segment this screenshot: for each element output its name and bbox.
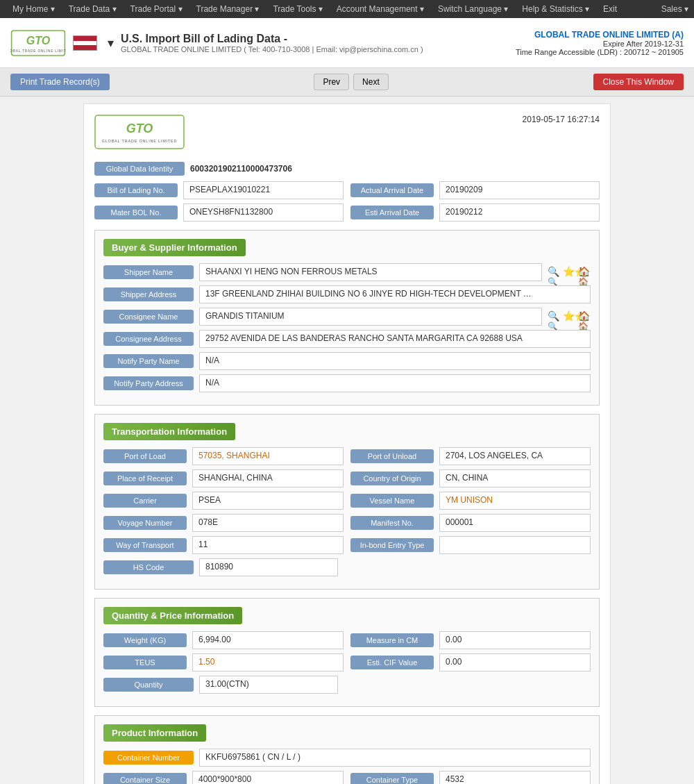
nav-trade-manager[interactable]: Trade Manager ▾: [189, 0, 266, 18]
shipper-star-icon[interactable]: ⭐: [563, 266, 575, 278]
header-title-area: U.S. Import Bill of Lading Data - GLOBAL…: [114, 33, 516, 53]
place-of-receipt-value: SHANGHAI, CHINA: [192, 469, 344, 487]
nav-my-home[interactable]: My Home ▾: [6, 0, 62, 18]
esti-arrival-value: 20190212: [439, 203, 600, 222]
container-number-label: Container Number: [103, 751, 194, 765]
flag-dropdown[interactable]: ▾: [108, 35, 114, 51]
flag-icon: [73, 35, 97, 51]
inbond-entry-label: In-bond Entry Type: [350, 538, 434, 552]
notify-party-address-row: Notify Party Address N/A: [103, 374, 591, 392]
vessel-name-label: Vessel Name: [350, 494, 434, 508]
hs-code-row: HS Code 810890: [103, 558, 591, 576]
consignee-address-row: Consignee Address 29752 AVENIDA DE LAS B…: [103, 330, 591, 348]
way-of-transport-label: Way of Transport: [103, 538, 187, 552]
print-button[interactable]: Print Trade Record(s): [10, 74, 110, 90]
nav-sales[interactable]: Sales ▾: [661, 4, 688, 14]
country-of-origin-label: Country of Origin: [350, 472, 434, 485]
top-navigation: My Home ▾ Trade Data ▾ Trade Portal ▾ Tr…: [0, 0, 694, 18]
quantity-price-section: Quantity & Price Information Weight (KG)…: [94, 598, 600, 707]
transportation-section-title: Transportation Information: [103, 423, 235, 440]
voyage-number-value: 078E: [192, 514, 344, 532]
mater-bol-value: ONEYSH8FN1132800: [183, 203, 344, 222]
measure-value: 0.00: [439, 631, 591, 649]
country-of-origin-value: CN, CHINA: [439, 469, 591, 487]
page-title: U.S. Import Bill of Lading Data -: [121, 33, 516, 45]
container-size-label: Container Size: [103, 773, 187, 784]
bol-no-value: PSEAPLAX19010221: [183, 181, 344, 199]
close-window-button[interactable]: Close This Window: [593, 74, 684, 90]
hs-code-value: 810890: [199, 558, 338, 576]
transportation-section: Transportation Information Port of Load …: [94, 414, 600, 590]
header-account-info: GLOBAL TRADE ONLINE LIMITED (A) Expire A…: [516, 30, 684, 56]
prev-button[interactable]: Prev: [314, 74, 349, 90]
shipper-address-value: 13F GREENLAND ZHIHAI BUILDING NO 6 JINYE…: [199, 285, 591, 303]
mater-bol-label: Mater BOL No.: [94, 206, 178, 219]
notify-party-name-label: Notify Party Name: [103, 354, 194, 368]
bol-no-label: Bill of Lading No.: [94, 183, 178, 197]
manifest-no-label: Manifest No.: [350, 516, 434, 530]
global-data-identity-label: Global Data Identity: [94, 162, 185, 176]
consignee-home-icon[interactable]: 🏠: [578, 310, 591, 323]
page-header: GTO GLOBAL TRADE ONLINE LIMITED ▾ U.S. I…: [0, 18, 694, 68]
port-of-unload-value: 2704, LOS ANGELES, CA: [439, 447, 591, 465]
teus-label: TEUS: [103, 656, 187, 669]
inbond-entry-value: [439, 536, 591, 554]
account-name-link[interactable]: GLOBAL TRADE ONLINE LIMITED (A): [534, 30, 684, 40]
place-of-receipt-label: Place of Receipt: [103, 472, 187, 485]
svg-text:GLOBAL TRADE ONLINE LIMITED: GLOBAL TRADE ONLINE LIMITED: [102, 139, 178, 143]
nav-help-statistics[interactable]: Help & Statistics ▾: [515, 0, 596, 18]
next-button[interactable]: Next: [353, 74, 389, 90]
consignee-name-label: Consignee Name: [103, 310, 194, 324]
nav-trade-tools[interactable]: Trade Tools ▾: [266, 0, 329, 18]
nav-items-list: My Home ▾ Trade Data ▾ Trade Portal ▾ Tr…: [6, 0, 661, 18]
notify-party-address-value: N/A: [199, 374, 591, 392]
container-type-label: Container Type: [350, 773, 434, 784]
nav-exit[interactable]: Exit: [596, 0, 624, 18]
buyer-supplier-section-title: Buyer & Supplier Information: [103, 239, 246, 256]
actual-arrival-label: Actual Arrival Date: [350, 183, 434, 197]
consignee-star-icon[interactable]: ⭐: [563, 310, 575, 323]
main-content: GTO GLOBAL TRADE ONLINE LIMITED 2019-05-…: [0, 97, 694, 784]
notify-party-name-row: Notify Party Name N/A: [103, 352, 591, 370]
global-data-identity-row: Global Data Identity 6003201902110000473…: [94, 162, 600, 176]
quantity-row: Quantity 31.00(CTN): [103, 676, 591, 694]
record-logo: GTO GLOBAL TRADE ONLINE LIMITED: [94, 115, 185, 151]
port-of-load-label: Port of Load: [103, 449, 187, 463]
manifest-no-value: 000001: [439, 514, 591, 532]
svg-text:GTO: GTO: [26, 35, 51, 47]
notify-party-address-label: Notify Party Address: [103, 376, 194, 390]
shipper-name-row: Shipper Name SHAANXI YI HENG NON FERROUS…: [103, 263, 591, 281]
carrier-value: PSEA: [192, 492, 344, 510]
consignee-address-value: 29752 AVENIDA DE LAS BANDERAS RANCHO SAN…: [199, 330, 591, 348]
voyage-number-label: Voyage Number: [103, 516, 187, 530]
record-card: GTO GLOBAL TRADE ONLINE LIMITED 2019-05-…: [83, 103, 611, 784]
container-number-value: KKFU6975861 ( CN / L / ): [199, 749, 591, 767]
logo-area: GTO GLOBAL TRADE ONLINE LIMITED ▾: [10, 24, 114, 62]
company-contact: GLOBAL TRADE ONLINE LIMITED ( Tel: 400-7…: [121, 45, 516, 53]
vessel-name-value: YM UNISON: [439, 492, 591, 510]
nav-trade-portal[interactable]: Trade Portal ▾: [124, 0, 189, 18]
nav-trade-data[interactable]: Trade Data ▾: [62, 0, 124, 18]
esti-cif-value: 0.00: [439, 653, 591, 672]
actual-arrival-value: 20190209: [439, 181, 600, 199]
ldr-range: Time Range Accessible (LDR) : 200712 ~ 2…: [516, 48, 684, 56]
esti-arrival-label: Esti Arrival Date: [350, 206, 434, 219]
shipper-address-row: Shipper Address 13F GREENLAND ZHIHAI BUI…: [103, 285, 591, 303]
svg-text:GTO: GTO: [126, 122, 153, 135]
shipper-address-label: Shipper Address: [103, 287, 194, 301]
consignee-address-label: Consignee Address: [103, 332, 194, 346]
shipper-name-value: SHAANXI YI HENG NON FERROUS METALS: [199, 263, 542, 281]
nav-switch-language[interactable]: Switch Language ▾: [431, 0, 515, 18]
carrier-label: Carrier: [103, 494, 187, 508]
notify-party-name-value: N/A: [199, 352, 591, 370]
consignee-search-icon[interactable]: 🔍: [548, 310, 560, 323]
quantity-label: Quantity: [103, 678, 194, 692]
global-data-identity-value: 6003201902110000473706: [190, 164, 292, 174]
shipper-search-icon[interactable]: 🔍: [548, 266, 560, 278]
record-header: GTO GLOBAL TRADE ONLINE LIMITED 2019-05-…: [94, 115, 600, 151]
measure-label: Measure in CM: [350, 633, 434, 647]
top-toolbar: Print Trade Record(s) Prev Next Close Th…: [0, 68, 694, 97]
shipper-home-icon[interactable]: 🏠: [578, 266, 591, 278]
port-of-unload-label: Port of Unload: [350, 449, 434, 463]
nav-account-management[interactable]: Account Management ▾: [330, 0, 431, 18]
